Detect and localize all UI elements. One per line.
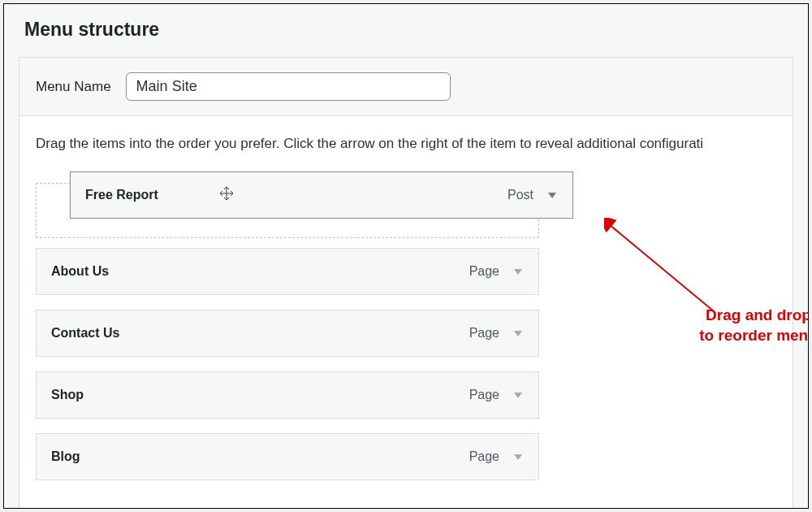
menu-item-title: About Us <box>51 264 109 279</box>
menu-item-type: Page <box>469 388 499 402</box>
annotation-text: Drag and drop to reorder menu <box>685 306 809 345</box>
menu-item-type: Page <box>469 449 499 464</box>
menu-item-title: Shop <box>51 388 84 402</box>
move-cursor-icon <box>218 185 235 205</box>
panel-header: Menu Name <box>19 58 793 116</box>
menu-item-type: Page <box>469 264 499 279</box>
svg-line-8 <box>609 224 714 311</box>
menu-item[interactable]: Contact Us Page <box>36 310 539 357</box>
chevron-down-icon[interactable] <box>546 189 558 201</box>
annotation-line2: to reorder menu <box>699 327 809 344</box>
annotation-line1: Drag and drop <box>706 306 809 323</box>
menu-item-title: Contact Us <box>51 326 119 341</box>
chevron-down-icon[interactable] <box>512 328 524 339</box>
menu-item[interactable]: About Us Page <box>36 248 539 295</box>
menu-name-label: Menu Name <box>36 79 111 95</box>
menu-item-dragging[interactable]: Free Report <box>70 171 573 219</box>
chevron-down-icon[interactable] <box>512 451 524 462</box>
menu-item[interactable]: Blog Page <box>36 433 539 480</box>
menu-item-type: Post <box>508 188 533 202</box>
menu-item-type: Page <box>469 326 499 341</box>
page-title: Menu structure <box>4 4 808 57</box>
annotation-arrow-icon <box>604 218 809 380</box>
annotation-overlay: Drag and drop to reorder menu <box>604 218 809 380</box>
chevron-down-icon[interactable] <box>512 266 524 277</box>
panel-body: Drag the items into the order you prefer… <box>19 116 793 509</box>
svg-marker-5 <box>514 393 522 398</box>
menu-name-input[interactable] <box>126 72 451 101</box>
svg-marker-2 <box>548 193 556 198</box>
svg-marker-6 <box>514 454 522 460</box>
menu-item[interactable]: Shop Page <box>36 371 539 419</box>
svg-marker-4 <box>514 331 522 336</box>
drag-instructions: Drag the items into the order you prefer… <box>36 136 776 152</box>
menu-items-area: Free Report <box>36 171 776 503</box>
menu-panel: Menu Name Drag the items into the order … <box>19 57 793 509</box>
svg-marker-3 <box>514 269 522 275</box>
app-frame: Menu structure Menu Name Drag the items … <box>3 3 809 509</box>
menu-item-title: Free Report <box>85 188 158 202</box>
menu-item-title: Blog <box>51 449 80 464</box>
chevron-down-icon[interactable] <box>512 389 524 401</box>
